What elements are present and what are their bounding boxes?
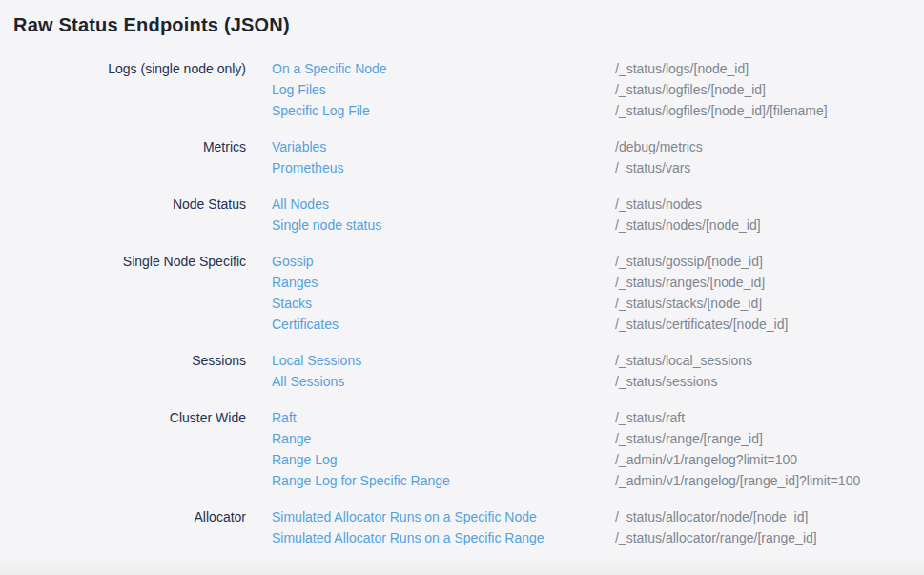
paths-column: /_status/nodes/_status/nodes/[node_id] <box>615 194 924 236</box>
endpoint-link[interactable]: All Nodes <box>272 194 589 215</box>
endpoint-link[interactable]: Prometheus <box>272 157 589 178</box>
paths-column: /_status/gossip/[node_id]/_status/ranges… <box>615 251 924 335</box>
endpoint-path: /debug/metrics <box>615 136 924 157</box>
links-column: RaftRangeRange LogRange Log for Specific… <box>272 407 589 491</box>
category-label: Allocator <box>0 506 246 527</box>
endpoint-link[interactable]: Range <box>272 428 589 449</box>
links-column: VariablesPrometheus <box>272 136 589 178</box>
category-label: Cluster Wide <box>0 407 246 428</box>
endpoint-path: /_admin/v1/rangelog/[range_id]?limit=100 <box>615 470 924 491</box>
category-label: Sessions <box>0 350 246 371</box>
category-label: Single Node Specific <box>0 251 246 272</box>
category-label: Logs (single node only) <box>0 58 246 79</box>
endpoint-path: /_status/range/[range_id] <box>615 428 924 449</box>
endpoint-link[interactable]: Range Log <box>272 449 589 470</box>
links-column: Simulated Allocator Runs on a Specific N… <box>272 506 589 548</box>
links-column: Local SessionsAll Sessions <box>272 350 589 392</box>
endpoint-group: Node Status All NodesSingle node status … <box>0 194 924 236</box>
endpoints-table: Logs (single node only) On a Specific No… <box>0 58 924 548</box>
endpoint-path: /_status/ranges/[node_id] <box>615 272 924 293</box>
endpoint-path: /_status/allocator/range/[range_id] <box>615 527 924 548</box>
endpoint-link[interactable]: Ranges <box>272 272 589 293</box>
endpoint-path: /_status/logfiles/[node_id]/[filename] <box>615 100 924 121</box>
endpoint-path: /_status/logfiles/[node_id] <box>615 79 924 100</box>
links-column: All NodesSingle node status <box>272 194 589 236</box>
endpoint-link[interactable]: Certificates <box>272 314 589 335</box>
endpoint-path: /_status/allocator/node/[node_id] <box>615 506 924 527</box>
endpoint-path: /_admin/v1/rangelog?limit=100 <box>615 449 924 470</box>
endpoint-group: Metrics VariablesPrometheus /debug/metri… <box>0 136 924 178</box>
links-column: GossipRangesStacksCertificates <box>272 251 589 335</box>
endpoint-link[interactable]: Simulated Allocator Runs on a Specific N… <box>272 506 589 527</box>
endpoint-link[interactable]: On a Specific Node <box>272 58 589 79</box>
endpoint-group: Single Node Specific GossipRangesStacksC… <box>0 251 924 335</box>
endpoint-link[interactable]: Variables <box>272 136 589 157</box>
category-label: Node Status <box>0 194 246 215</box>
paths-column: /_status/raft/_status/range/[range_id]/_… <box>615 407 924 491</box>
endpoint-link[interactable]: Simulated Allocator Runs on a Specific R… <box>272 527 589 548</box>
endpoint-path: /_status/vars <box>615 157 924 178</box>
endpoint-path: /_status/sessions <box>615 371 924 392</box>
endpoint-path: /_status/nodes <box>615 194 924 215</box>
endpoint-link[interactable]: Specific Log File <box>272 100 589 121</box>
endpoint-link[interactable]: Log Files <box>272 79 589 100</box>
endpoint-group: Cluster Wide RaftRangeRange LogRange Log… <box>0 407 924 491</box>
paths-column: /_status/local_sessions/_status/sessions <box>615 350 924 392</box>
endpoint-link[interactable]: All Sessions <box>272 371 589 392</box>
endpoint-group: Allocator Simulated Allocator Runs on a … <box>0 506 924 548</box>
endpoint-path: /_status/nodes/[node_id] <box>615 215 924 236</box>
endpoint-group: Sessions Local SessionsAll Sessions /_st… <box>0 350 924 392</box>
endpoint-path: /_status/gossip/[node_id] <box>615 251 924 272</box>
page-title: Raw Status Endpoints (JSON) <box>0 0 924 36</box>
paths-column: /_status/allocator/node/[node_id]/_statu… <box>615 506 924 548</box>
endpoint-group: Logs (single node only) On a Specific No… <box>0 58 924 121</box>
endpoint-path: /_status/certificates/[node_id] <box>615 314 924 335</box>
endpoint-path: /_status/local_sessions <box>615 350 924 371</box>
endpoint-link[interactable]: Raft <box>272 407 589 428</box>
endpoint-link[interactable]: Local Sessions <box>272 350 589 371</box>
endpoint-link[interactable]: Stacks <box>272 293 589 314</box>
endpoint-path: /_status/raft <box>615 407 924 428</box>
links-column: On a Specific NodeLog FilesSpecific Log … <box>272 58 589 121</box>
category-label: Metrics <box>0 136 246 157</box>
endpoint-path: /_status/logs/[node_id] <box>615 58 924 79</box>
paths-column: /debug/metrics/_status/vars <box>615 136 924 178</box>
footer-strip <box>0 559 924 575</box>
endpoint-link[interactable]: Gossip <box>272 251 589 272</box>
endpoint-path: /_status/stacks/[node_id] <box>615 293 924 314</box>
paths-column: /_status/logs/[node_id]/_status/logfiles… <box>615 58 924 121</box>
endpoint-link[interactable]: Range Log for Specific Range <box>272 470 589 491</box>
endpoint-link[interactable]: Single node status <box>272 215 589 236</box>
